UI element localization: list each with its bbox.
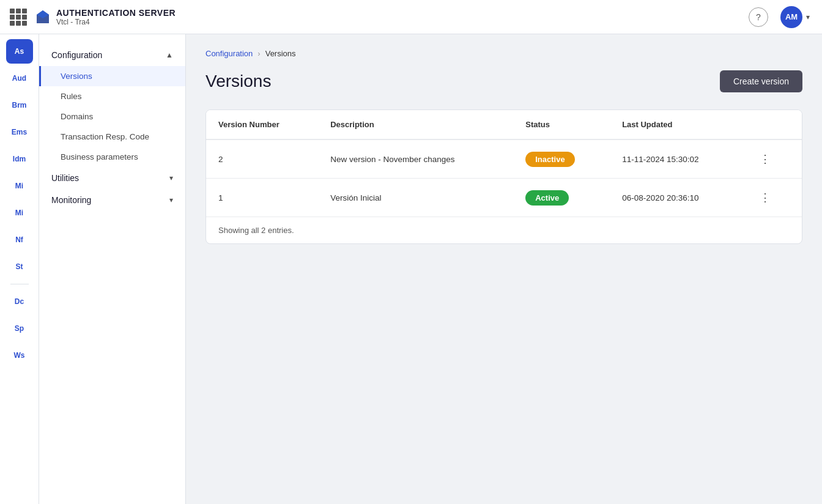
table-row: 2 New version - November changes Inactiv… bbox=[206, 139, 802, 179]
status-cell: Active bbox=[513, 179, 610, 217]
col-last-updated: Last Updated bbox=[610, 110, 742, 139]
sidebar-icon-mi2[interactable]: Mi bbox=[6, 201, 33, 225]
nav-item-versions[interactable]: Versions bbox=[39, 66, 185, 86]
status-cell: Inactive bbox=[513, 139, 610, 179]
nav-item-transaction-resp-code[interactable]: Transaction Resp. Code bbox=[39, 127, 185, 147]
nav-chevron-configuration: ▲ bbox=[166, 51, 173, 59]
sidebar-icon-st[interactable]: St bbox=[6, 254, 33, 279]
logo-icon bbox=[34, 9, 51, 26]
page-title: Versions bbox=[206, 72, 271, 91]
left-nav: Configuration ▲ Versions Rules Domains T… bbox=[39, 34, 186, 504]
versions-table-card: Version Number Description Status Last U… bbox=[206, 109, 802, 244]
body: As Aud Brm Ems Idm Mi Mi Nf St Dc Sp Ws … bbox=[0, 34, 822, 504]
user-menu-button[interactable]: AM ▾ bbox=[778, 4, 812, 31]
table-body: 2 New version - November changes Inactiv… bbox=[206, 139, 802, 217]
nav-section-monitoring-label: Monitoring bbox=[51, 195, 91, 205]
main-content: Configuration › Versions Versions Create… bbox=[186, 34, 822, 504]
sidebar-icon-ems[interactable]: Ems bbox=[6, 120, 33, 144]
description-cell: Versión Inicial bbox=[318, 179, 513, 217]
grid-menu-icon[interactable] bbox=[10, 9, 27, 26]
nav-item-domains[interactable]: Domains bbox=[39, 106, 185, 127]
top-header: AUTHENTICATION SERVER Vtcl - Tra4 ? AM ▾ bbox=[0, 0, 822, 34]
col-version-number: Version Number bbox=[206, 110, 318, 139]
page-header: Versions Create version bbox=[206, 70, 802, 92]
nav-section-utilities-label: Utilities bbox=[51, 173, 79, 183]
nav-item-business-parameters[interactable]: Business parameters bbox=[39, 147, 185, 167]
nav-item-rules[interactable]: Rules bbox=[39, 86, 185, 106]
nav-chevron-monitoring: ▾ bbox=[169, 196, 173, 204]
logo-area: AUTHENTICATION SERVER Vtcl - Tra4 bbox=[34, 8, 176, 26]
status-badge: Inactive bbox=[525, 152, 574, 167]
col-status: Status bbox=[513, 110, 610, 139]
col-description: Description bbox=[318, 110, 513, 139]
sidebar-icon-idm[interactable]: Idm bbox=[6, 147, 33, 171]
table-header: Version Number Description Status Last U… bbox=[206, 110, 802, 139]
sidebar-icon-nf[interactable]: Nf bbox=[6, 228, 33, 252]
sidebar-icon-aud[interactable]: Aud bbox=[6, 66, 33, 91]
last-updated-cell: 06-08-2020 20:36:10 bbox=[610, 179, 742, 217]
version-number-cell: 2 bbox=[206, 139, 318, 179]
sidebar-icon-as[interactable]: As bbox=[6, 39, 33, 64]
table-footer: Showing all 2 entries. bbox=[206, 217, 802, 243]
app-sub: Vtcl - Tra4 bbox=[56, 18, 176, 26]
sidebar-icon-sp[interactable]: Sp bbox=[6, 316, 33, 341]
description-cell: New version - November changes bbox=[318, 139, 513, 179]
table-row: 1 Versión Inicial Active 06-08-2020 20:3… bbox=[206, 179, 802, 217]
row-actions-button[interactable]: ⋮ bbox=[755, 150, 776, 168]
sidebar-divider bbox=[10, 284, 29, 284]
create-version-button[interactable]: Create version bbox=[720, 70, 802, 92]
breadcrumb-separator: › bbox=[257, 49, 260, 58]
help-button[interactable]: ? bbox=[749, 7, 768, 27]
actions-cell: ⋮ bbox=[742, 179, 802, 217]
nav-section-utilities[interactable]: Utilities ▾ bbox=[39, 167, 185, 189]
status-badge: Active bbox=[525, 190, 569, 206]
col-actions bbox=[742, 110, 802, 139]
header-right: ? AM ▾ bbox=[749, 4, 812, 31]
breadcrumb: Configuration › Versions bbox=[206, 49, 802, 58]
breadcrumb-configuration[interactable]: Configuration bbox=[206, 49, 253, 58]
icon-sidebar: As Aud Brm Ems Idm Mi Mi Nf St Dc Sp Ws bbox=[0, 34, 39, 504]
sidebar-icon-dc[interactable]: Dc bbox=[6, 289, 33, 314]
nav-section-configuration-label: Configuration bbox=[51, 50, 102, 60]
sidebar-icon-brm[interactable]: Brm bbox=[6, 93, 33, 117]
chevron-down-icon: ▾ bbox=[806, 13, 810, 21]
sidebar-icon-mi1[interactable]: Mi bbox=[6, 174, 33, 198]
app-title: AUTHENTICATION SERVER Vtcl - Tra4 bbox=[56, 8, 176, 26]
last-updated-cell: 11-11-2024 15:30:02 bbox=[610, 139, 742, 179]
versions-table: Version Number Description Status Last U… bbox=[206, 110, 802, 217]
breadcrumb-versions: Versions bbox=[265, 49, 296, 58]
row-actions-button[interactable]: ⋮ bbox=[755, 188, 776, 207]
actions-cell: ⋮ bbox=[742, 139, 802, 179]
nav-section-monitoring[interactable]: Monitoring ▾ bbox=[39, 189, 185, 211]
nav-chevron-utilities: ▾ bbox=[169, 174, 173, 182]
version-number-cell: 1 bbox=[206, 179, 318, 217]
sidebar-icon-ws[interactable]: Ws bbox=[6, 343, 33, 368]
user-avatar: AM bbox=[780, 6, 802, 28]
header-left: AUTHENTICATION SERVER Vtcl - Tra4 bbox=[10, 8, 176, 26]
nav-section-configuration[interactable]: Configuration ▲ bbox=[39, 44, 185, 66]
app-name: AUTHENTICATION SERVER bbox=[56, 8, 176, 18]
